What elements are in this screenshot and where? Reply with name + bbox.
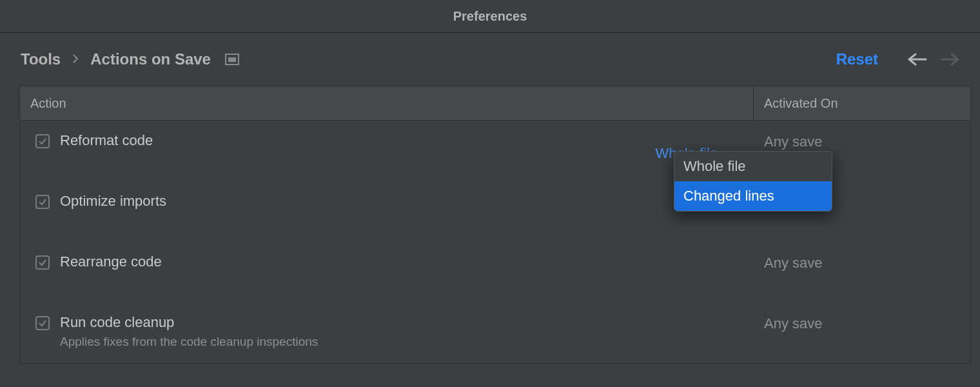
actions-table: Action Activated On Reformat code Whole … [19,86,971,364]
chevron-right-icon [72,53,79,66]
column-header-action[interactable]: Action [20,86,754,120]
table-row: Rearrange code Any save [20,242,970,303]
checkbox[interactable] [35,255,50,270]
checkbox[interactable] [35,316,50,330]
table-row: Run code cleanup Applies fixes from the … [20,303,970,363]
table-header: Action Activated On [20,86,970,121]
dropdown-item-whole-file[interactable]: Whole file [674,152,832,181]
nav-back-button[interactable] [908,53,927,66]
dropdown-item-changed-lines[interactable]: Changed lines [674,181,832,211]
checkbox[interactable] [35,195,50,209]
action-label: Rearrange code [60,253,162,270]
breadcrumb: Tools Actions on Save Reset [0,33,980,86]
activated-on: Any save [752,303,970,332]
reset-link[interactable]: Reset [836,50,878,68]
column-header-activated[interactable]: Activated On [754,86,970,120]
window-title: Preferences [0,0,980,33]
action-description: Applies fixes from the code cleanup insp… [60,335,318,349]
action-label: Run code cleanup [60,314,318,331]
action-label: Optimize imports [60,193,166,210]
activated-on: Any save [752,121,970,150]
breadcrumb-root[interactable]: Tools [21,50,61,68]
breadcrumb-leaf: Actions on Save [90,50,211,68]
scope-dropdown[interactable]: Whole file Changed lines [674,151,832,212]
activated-on: Any save [752,242,970,272]
nav-forward-button [940,53,959,66]
svg-rect-1 [228,57,236,62]
checkbox[interactable] [35,134,50,148]
show-in-window-icon[interactable] [225,54,239,65]
action-label: Reformat code [60,132,153,149]
